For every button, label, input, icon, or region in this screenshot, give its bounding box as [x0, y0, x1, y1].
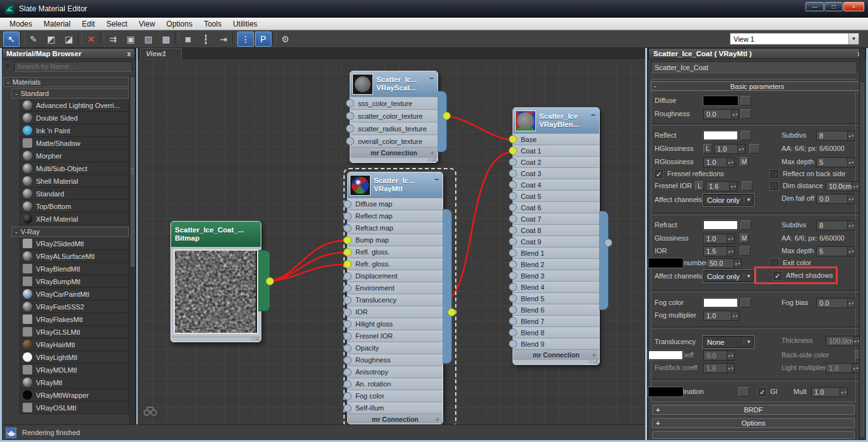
toolbar-button[interactable]: ⇥ — [215, 32, 232, 47]
toolbar-button[interactable]: ▣ — [122, 32, 139, 47]
output-socket[interactable] — [266, 277, 274, 285]
material-list-item[interactable]: Standard — [20, 188, 129, 200]
material-list-item[interactable]: Matte/Shadow — [20, 137, 129, 150]
toolbar-button[interactable]: ✕ — [83, 32, 99, 47]
collapse-toggle[interactable]: - — [7, 78, 9, 86]
input-socket[interactable] — [343, 368, 352, 376]
refract-map-button[interactable] — [740, 220, 751, 230]
dim-falloff-spinner[interactable]: 0.0▲▼ — [816, 194, 855, 204]
input-socket[interactable] — [509, 294, 517, 302]
group-standard[interactable]: - Standard — [11, 88, 129, 99]
node-input-slot[interactable]: Environment — [348, 282, 443, 294]
refract-color-swatch[interactable] — [703, 220, 738, 230]
scatter-coeff-spinner[interactable]: 0.0▲▼ — [703, 350, 735, 361]
material-list-item[interactable]: Double Sided — [20, 112, 129, 124]
hglossiness-spinner[interactable]: 1.0▲▼ — [714, 144, 746, 154]
material-list-item[interactable]: Top/Bottom — [20, 200, 129, 213]
add-slot-icon[interactable]: + — [436, 415, 439, 423]
hglossiness-lock-button[interactable]: L — [703, 144, 712, 153]
ior-spinner[interactable]: 1.5▲▼ — [703, 246, 735, 256]
toolbar-button[interactable]: P — [255, 32, 271, 47]
fresnel-reflections-checkbox[interactable] — [655, 170, 663, 178]
output-socket[interactable] — [443, 112, 451, 120]
node-input-slot[interactable]: Fog color — [348, 390, 443, 402]
toolbar-button[interactable] — [78, 32, 82, 44]
input-socket[interactable] — [343, 284, 352, 292]
node-input-slot[interactable]: Bump map — [348, 234, 443, 246]
node-header[interactable]: Scatter_Ice_Coat_... Bitmap — [171, 222, 261, 247]
add-slot-icon[interactable]: + — [592, 351, 596, 359]
input-socket[interactable] — [343, 356, 352, 364]
node-input-slot[interactable]: Refr. gloss. — [348, 258, 443, 270]
node-input-slot[interactable]: Coat 9 — [513, 236, 599, 247]
material-list-item[interactable]: XRef Material — [20, 213, 129, 225]
input-socket[interactable] — [343, 392, 352, 400]
input-socket[interactable] — [509, 169, 517, 177]
parameter-scrollbar[interactable] — [859, 48, 865, 440]
view-tab[interactable]: View1 — [140, 48, 182, 59]
input-socket[interactable] — [509, 215, 517, 223]
mr-connection-row[interactable]: mr Connection + — [348, 414, 443, 424]
reflect-back-side-checkbox[interactable] — [770, 170, 778, 178]
toolbar-button[interactable]: ◪ — [61, 32, 77, 47]
material-list-item[interactable]: VRay2SidedMtl — [20, 237, 129, 250]
node-input-slot[interactable]: Fresnel IOR — [348, 330, 443, 342]
dim-distance-checkbox[interactable] — [770, 182, 778, 190]
node-input-slot[interactable]: Base — [513, 133, 599, 145]
roughness-map-button[interactable] — [740, 109, 751, 119]
group-vray[interactable]: - V-Ray — [11, 227, 129, 237]
input-socket[interactable] — [343, 308, 352, 316]
node-vray-mtl-selected[interactable]: Scatter_Ic... VRayMtl − Diffuse map Refl… — [347, 172, 443, 424]
node-input-slot[interactable]: Opacity — [348, 342, 443, 354]
node-input-slot[interactable]: Refl. gloss. — [348, 246, 443, 258]
material-list-item[interactable]: VRayCarPaintMtl — [20, 288, 129, 301]
fog-color-swatch[interactable] — [703, 298, 738, 308]
ior-map-button[interactable] — [740, 246, 751, 256]
material-list-item[interactable]: VRayLightMtl — [20, 351, 129, 364]
self-illumination-map-button[interactable] — [739, 387, 749, 397]
node-input-slot[interactable]: scatter_radius_texture — [350, 122, 437, 134]
glossiness-spinner[interactable]: 1.0▲▼ — [703, 234, 735, 244]
exit-color-checkbox[interactable] — [770, 259, 778, 267]
input-socket[interactable] — [509, 158, 517, 166]
gi-checkbox[interactable] — [758, 388, 766, 396]
affect-channels-dropdown[interactable]: Color only ▼ — [703, 270, 754, 282]
node-collapse-button[interactable]: − — [429, 74, 434, 83]
toolbar-button[interactable] — [20, 32, 25, 44]
node-input-slot[interactable]: sss_color_texture — [350, 97, 437, 109]
close-icon[interactable]: x — [127, 51, 131, 57]
input-socket[interactable] — [343, 380, 352, 388]
toolbar-button[interactable] — [232, 32, 237, 44]
material-list-item[interactable]: VRayMtl — [20, 376, 129, 389]
node-input-slot[interactable]: Reflect map — [348, 210, 443, 222]
node-input-slot[interactable]: Blend 4 — [513, 281, 599, 292]
material-list-item[interactable]: Morpher — [20, 150, 129, 162]
input-socket[interactable] — [509, 226, 517, 234]
node-view-canvas[interactable]: View1 Scatter_Ic... VRay — [138, 48, 645, 424]
fog-bias-spinner[interactable]: 0.0▲▼ — [816, 298, 855, 308]
input-socket[interactable] — [343, 212, 352, 220]
node-input-slot[interactable]: IOR — [348, 306, 443, 318]
toolbar-button[interactable]: ⚙ — [277, 32, 294, 47]
node-bitmap[interactable]: Scatter_Ice_Coat_... Bitmap — [170, 221, 261, 342]
diffuse-map-button[interactable] — [740, 96, 751, 105]
node-input-slot[interactable]: Blend 7 — [513, 315, 599, 326]
refract-subdivs-spinner[interactable]: 8▲▼ — [816, 220, 855, 230]
glossiness-m-button[interactable]: M — [740, 234, 749, 243]
thickness-spinner[interactable]: 100.0cm▲▼ — [826, 336, 861, 346]
refract-max-depth-spinner[interactable]: 5▲▼ — [816, 246, 855, 256]
minimize-button[interactable]: — — [806, 2, 824, 11]
self-illumination-swatch[interactable] — [648, 387, 683, 397]
input-socket[interactable] — [509, 340, 517, 348]
search-input[interactable] — [14, 61, 133, 72]
diffuse-color-swatch[interactable] — [703, 96, 738, 105]
node-input-slot[interactable]: Displacement — [348, 270, 443, 282]
toolbar-button[interactable] — [272, 32, 276, 44]
affect-shadows-checkbox[interactable] — [773, 272, 782, 280]
node-input-slot[interactable]: Coat 8 — [513, 224, 599, 236]
rollout-options[interactable]: + Options — [652, 418, 855, 428]
add-slot-icon[interactable]: + — [431, 149, 434, 157]
input-socket[interactable] — [343, 200, 352, 208]
affect-channels-dropdown[interactable]: Color only ▼ — [703, 194, 754, 206]
input-socket[interactable] — [343, 272, 352, 280]
